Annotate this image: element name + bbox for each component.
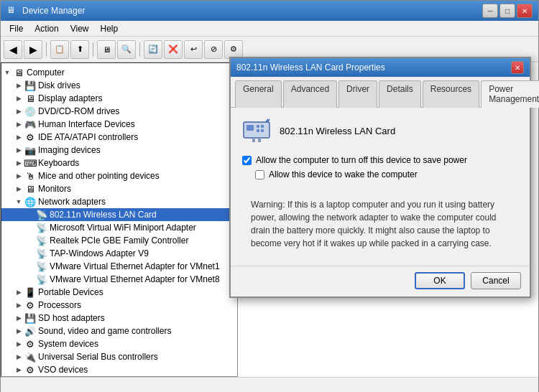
tree-item-imaging[interactable]: ▶ 📷 Imaging devices [1,144,237,157]
tree-item-tap[interactable]: ▶ 📡 TAP-Windows Adapter V9 [1,247,237,260]
toolbar-separator-1 [46,42,47,57]
menu-file[interactable]: File [4,22,29,35]
settings-button[interactable]: ⚙ [224,40,243,59]
expander-computer[interactable]: ▼ [1,67,13,78]
tab-general[interactable]: General [235,80,282,108]
label-display-adapters: Display adapters [38,93,102,103]
icon-ide: ⚙ [24,131,36,143]
expander-usb[interactable]: ▶ [13,351,24,363]
icon-sound: 🔊 [24,325,36,337]
forward-button[interactable]: ▶ [24,40,42,59]
expander-imaging[interactable]: ▶ [13,144,24,156]
label-mice: Mice and other pointing devices [38,171,160,181]
tree-item-display-adapters[interactable]: ▶ 🖥 Display adapters [1,92,237,105]
minimize-button[interactable]: ─ [482,4,498,18]
expander-hid[interactable]: ▶ [13,118,24,130]
tree-item-monitors[interactable]: ▶ 🖥 Monitors [1,182,237,195]
label-wireless-card: 802.11n Wireless LAN Card [50,210,157,220]
status-bar [1,377,538,392]
allow-turnoff-label: Allow the computer to turn off this devi… [256,155,467,165]
expander-portable[interactable]: ▶ [13,286,24,298]
expander-monitors[interactable]: ▶ [13,183,24,195]
properties-button[interactable]: 📋 [50,40,69,59]
uninstall-button[interactable]: ❌ [164,40,183,59]
disable-button[interactable]: ⊘ [204,40,223,59]
close-button[interactable]: ✕ [517,4,533,18]
tree-item-keyboards[interactable]: ▶ ⌨ Keyboards [1,157,237,169]
tree-item-sound[interactable]: ▶ 🔊 Sound, video and game controllers [1,325,237,337]
expander-disk-drives[interactable]: ▶ [13,80,24,91]
tab-resources[interactable]: Resources [423,80,479,108]
expander-sd-host[interactable]: ▶ [13,312,24,324]
device-tree[interactable]: ▼ 🖥 Computer ▶ 💾 Disk drives ▶ 🖥 Display… [1,62,238,377]
tree-item-usb[interactable]: ▶ 🔌 Universal Serial Bus controllers [1,350,237,363]
tree-item-realtek[interactable]: ▶ 📡 Realtek PCIe GBE Family Controller [1,234,237,247]
up-button[interactable]: ⬆ [70,40,89,59]
icon-imaging: 📷 [24,144,36,156]
tab-details[interactable]: Details [379,80,421,108]
expander-processors[interactable]: ▶ [13,299,24,311]
tree-item-system[interactable]: ▶ ⚙ System devices [1,337,237,350]
tree-item-processors[interactable]: ▶ ⚙ Processors [1,299,237,312]
tree-item-mice[interactable]: ▶ 🖱 Mice and other pointing devices [1,169,237,182]
expander-dvd-drives[interactable]: ▶ [13,106,24,117]
ok-button[interactable]: OK [415,272,465,289]
menu-view[interactable]: View [65,22,95,35]
icon-vso: ⚙ [24,364,36,375]
icon-sd-host: 💾 [24,312,36,324]
tab-power-management[interactable]: Power Management [481,80,539,108]
show-hidden-button[interactable]: 🖥 [97,40,116,59]
tree-item-computer[interactable]: ▼ 🖥 Computer [1,66,237,79]
tree-item-ms-wifi[interactable]: ▶ 📡 Microsoft Virtual WiFi Miniport Adap… [1,221,237,234]
expander-sound[interactable]: ▶ [13,325,24,337]
icon-vmnet1: 📡 [36,261,47,272]
tree-item-wireless-card[interactable]: ▶ 📡 802.11n Wireless LAN Card [1,208,237,221]
dialog-footer: OK Cancel [231,266,530,297]
label-vmnet8: VMware Virtual Ethernet Adapter for VMne… [50,274,220,284]
window-title: Device Manager [22,6,482,16]
expander-vso[interactable]: ▶ [13,364,24,375]
window-controls: ─ □ ✕ [482,4,533,18]
expander-system[interactable]: ▶ [13,338,24,350]
tree-item-disk-drives[interactable]: ▶ 💾 Disk drives [1,79,237,92]
label-sd-host: SD host adapters [38,313,105,323]
icon-portable: 📱 [24,286,36,298]
tree-item-vmnet1[interactable]: ▶ 📡 VMware Virtual Ethernet Adapter for … [1,260,237,273]
tab-driver[interactable]: Driver [338,80,377,108]
tree-item-vmnet8[interactable]: ▶ 📡 VMware Virtual Ethernet Adapter for … [1,273,237,286]
allow-turnoff-checkbox[interactable] [242,156,252,165]
tree-item-network-adapters[interactable]: ▼ 🌐 Network adapters [1,195,237,208]
back-button[interactable]: ◀ [4,40,22,59]
tree-item-vso[interactable]: ▶ ⚙ VSO devices [1,363,237,376]
tree-item-ide[interactable]: ▶ ⚙ IDE ATA/ATAPI controllers [1,131,237,144]
tree-item-sd-host[interactable]: ▶ 💾 SD host adapters [1,312,237,325]
icon-network-adapters: 🌐 [24,196,36,207]
tree-item-portable[interactable]: ▶ 📱 Portable Devices [1,286,237,299]
title-icon: 🖥 [6,5,18,17]
tree-item-hid[interactable]: ▶ 🎮 Human Interface Devices [1,118,237,131]
svg-rect-6 [252,138,255,142]
tab-advanced[interactable]: Advanced [283,80,337,108]
icon-system: ⚙ [24,338,36,350]
icon-realtek: 📡 [36,235,47,246]
expander-ide[interactable]: ▶ [13,131,24,143]
device-icon-large [242,116,271,145]
svg-rect-1 [247,125,254,131]
update-button[interactable]: 🔄 [144,40,162,59]
dialog-close-button[interactable]: ✕ [511,61,524,74]
cancel-button[interactable]: Cancel [471,272,521,289]
maximize-button[interactable]: □ [499,4,515,18]
label-vso: VSO devices [38,365,88,375]
icon-dvd-drives: 💿 [24,106,36,117]
tree-item-dvd-drives[interactable]: ▶ 💿 DVD/CD-ROM drives [1,105,237,118]
menu-help[interactable]: Help [95,22,124,35]
expander-display-adapters[interactable]: ▶ [13,93,24,104]
rollback-button[interactable]: ↩ [184,40,203,59]
icon-processors: ⚙ [24,299,36,311]
expander-network-adapters[interactable]: ▼ [13,196,24,207]
scan-button[interactable]: 🔍 [117,40,136,59]
expander-mice[interactable]: ▶ [13,170,24,182]
allow-wake-checkbox[interactable] [255,170,264,179]
main-window: 🖥 Device Manager ─ □ ✕ File Action View … [0,0,539,392]
menu-action[interactable]: Action [29,22,64,35]
